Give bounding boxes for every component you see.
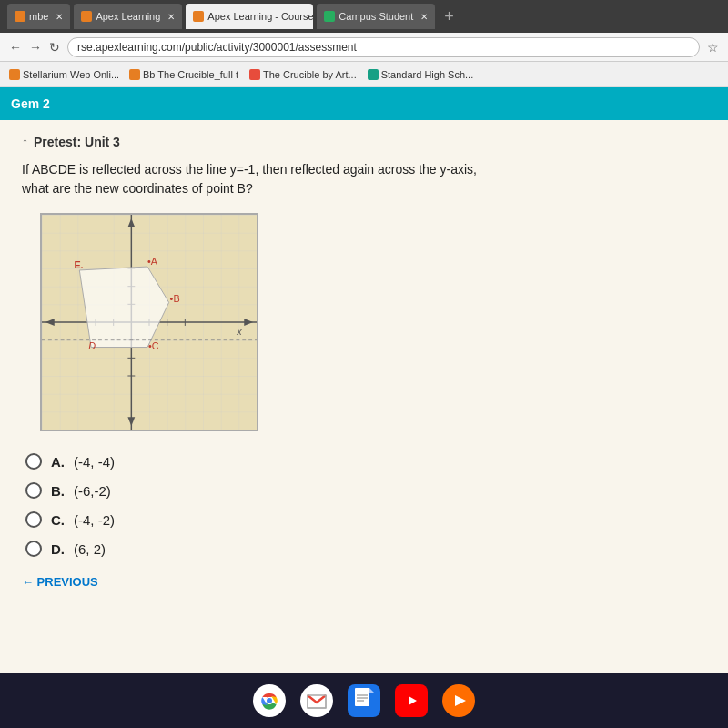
tab-mbe[interactable]: mbe ✕ — [7, 4, 70, 29]
address-input[interactable] — [67, 37, 700, 57]
page-content: ↑ Pretest: Unit 3 If ABCDE is reflected … — [0, 120, 728, 673]
reload-button[interactable]: ↻ — [49, 40, 60, 55]
docs-icon[interactable] — [348, 684, 380, 717]
tab-close-mbe[interactable]: ✕ — [56, 12, 63, 22]
choice-b-label: B. — [51, 483, 65, 499]
answer-choices: A. (-4, -4) B. (-6,-2) C. (-4, -2) D. (6… — [25, 453, 706, 557]
youtube-icon[interactable] — [395, 684, 428, 717]
radio-c[interactable] — [25, 511, 42, 528]
choice-c[interactable]: C. (-4, -2) — [25, 511, 706, 528]
radio-a[interactable] — [25, 453, 42, 470]
choice-a[interactable]: A. (-4, -4) — [25, 453, 706, 470]
tab-label-mbe: mbe — [29, 11, 48, 22]
previous-label: ← PREVIOUS — [22, 575, 98, 589]
radio-b[interactable] — [25, 482, 42, 499]
choice-d[interactable]: D. (6, 2) — [25, 541, 706, 557]
bookmark-stellarium[interactable]: Stellarium Web Onli... — [9, 69, 118, 80]
svg-rect-31 — [355, 688, 369, 706]
bookmark-icon-standard-high — [368, 69, 379, 80]
bookmark-crucible-full[interactable]: Bb The Crucible_full te... — [129, 69, 238, 80]
svg-text:x: x — [236, 326, 242, 337]
tab-icon-apex-courses — [193, 11, 204, 22]
choice-a-label: A. — [51, 454, 65, 470]
svg-text:E.: E. — [74, 259, 83, 270]
bookmark-crucible-art[interactable]: The Crucible by Art... — [249, 69, 357, 80]
bookmark-star-icon[interactable]: ☆ — [707, 40, 719, 55]
tab-close-campus[interactable]: ✕ — [420, 12, 428, 22]
tab-close-apex[interactable]: ✕ — [167, 12, 175, 22]
bookmark-icon-crucible-full — [129, 69, 140, 80]
gmail-icon[interactable] — [300, 684, 333, 717]
grid-svg: x E. •A •B •C — [42, 215, 257, 430]
play-store-icon[interactable] — [442, 684, 475, 717]
svg-text:•A: •A — [147, 256, 158, 267]
choice-b-value: (-6,-2) — [74, 483, 111, 499]
browser-tabs: mbe ✕ Apex Learning ✕ Apex Learning - Co… — [0, 0, 728, 33]
coordinate-grid: x E. •A •B •C — [40, 213, 258, 431]
question-text: If ABCDE is reflected across the line y=… — [22, 160, 495, 198]
previous-button[interactable]: ← PREVIOUS — [22, 575, 706, 589]
forward-button[interactable]: → — [29, 40, 42, 55]
bookmarks-bar: Stellarium Web Onli... Bb The Crucible_f… — [0, 62, 728, 87]
bookmark-label-crucible-art: The Crucible by Art... — [263, 69, 357, 80]
choice-a-value: (-4, -4) — [74, 454, 115, 470]
page-header-title: Gem 2 — [11, 96, 50, 111]
tab-icon-apex — [81, 11, 92, 22]
taskbar — [0, 673, 728, 728]
svg-marker-32 — [369, 688, 375, 693]
chrome-icon[interactable] — [253, 684, 286, 717]
bookmark-label-stellarium: Stellarium Web Onli... — [23, 69, 118, 80]
bookmark-icon-crucible-art — [249, 69, 260, 80]
svg-rect-29 — [302, 686, 331, 715]
svg-text:•C: •C — [148, 340, 159, 351]
radio-d[interactable] — [25, 541, 42, 557]
bookmark-label-standard-high: Standard High Sch... — [381, 69, 474, 80]
tab-apex-courses[interactable]: Apex Learning - Courses ✕ — [186, 4, 313, 29]
tab-icon-campus — [324, 11, 335, 22]
svg-point-28 — [267, 698, 272, 703]
back-button[interactable]: ← — [9, 40, 22, 55]
tab-label-apex-courses: Apex Learning - Courses — [207, 11, 313, 22]
pretest-header: ↑ Pretest: Unit 3 — [22, 135, 706, 149]
choice-c-value: (-4, -2) — [74, 512, 115, 528]
bookmark-label-crucible-full: Bb The Crucible_full te... — [143, 69, 238, 80]
choice-b[interactable]: B. (-6,-2) — [25, 482, 706, 499]
tab-label-campus: Campus Student — [339, 11, 413, 22]
tab-label-apex: Apex Learning — [96, 11, 160, 22]
page-header: Gem 2 — [0, 87, 728, 120]
choice-d-value: (6, 2) — [74, 541, 106, 557]
tab-campus[interactable]: Campus Student ✕ — [317, 4, 435, 29]
svg-text:•B: •B — [170, 293, 180, 304]
bookmark-standard-high[interactable]: Standard High Sch... — [368, 69, 474, 80]
bookmark-icon-stellarium — [9, 69, 20, 80]
tab-apex[interactable]: Apex Learning ✕ — [74, 4, 182, 29]
tab-icon-mbe — [15, 11, 25, 22]
choice-c-label: C. — [51, 512, 65, 528]
pretest-label: Pretest: Unit 3 — [34, 135, 120, 149]
address-bar: ← → ↻ ☆ — [0, 33, 728, 62]
up-icon: ↑ — [22, 135, 28, 149]
new-tab-button[interactable]: + — [444, 7, 454, 26]
svg-text:D: D — [88, 340, 96, 351]
choice-d-label: D. — [51, 541, 65, 557]
